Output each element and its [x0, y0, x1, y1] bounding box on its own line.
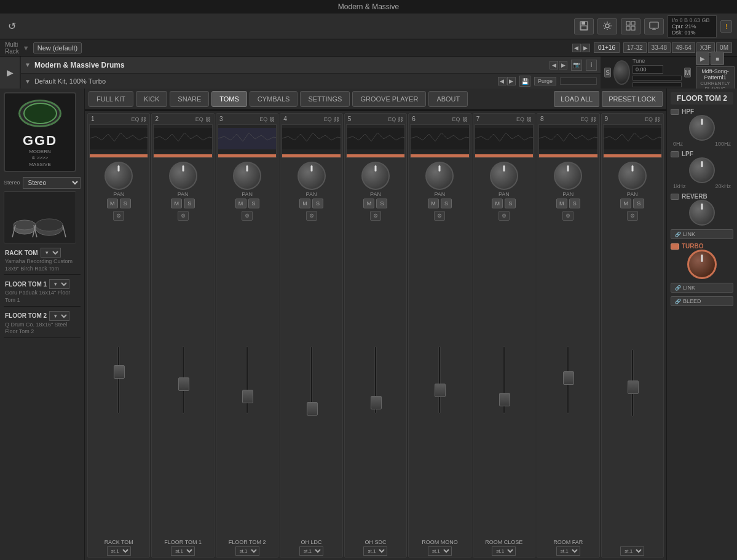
icon-btn1-5[interactable]: ⚙ [370, 211, 381, 221]
plugin-nav-left[interactable]: ◀ [550, 61, 558, 69]
warning-button[interactable]: ! [720, 20, 732, 33]
output-dropdown-2[interactable]: st.1 [171, 546, 195, 556]
output-dropdown-1[interactable]: st.1 [107, 546, 131, 556]
turbo-toggle[interactable] [671, 243, 679, 250]
rack-preset-dropdown[interactable]: New (default) [33, 42, 82, 53]
output-dropdown-4[interactable]: st.1 [299, 546, 323, 556]
s-btn-9[interactable]: S [633, 199, 644, 208]
save-button[interactable] [574, 18, 594, 34]
fader-thumb-3[interactable] [242, 390, 253, 403]
output-dropdown-8[interactable]: st.1 [556, 546, 580, 556]
tune-value[interactable]: 0.00 [633, 65, 663, 74]
icon-btn1-4[interactable]: ⚙ [306, 211, 317, 221]
s-btn-7[interactable]: S [505, 199, 516, 208]
m-btn-6[interactable]: M [428, 199, 439, 208]
camera-button[interactable]: 📷 [571, 60, 582, 71]
rack-range-33-48[interactable]: 33-48 [648, 42, 671, 53]
icon-btn1-2[interactable]: ⚙ [178, 211, 189, 221]
fader-thumb-9[interactable] [628, 381, 639, 394]
transport-stop[interactable]: ■ [711, 52, 724, 65]
fader-thumb-4[interactable] [307, 402, 318, 416]
output-dropdown-3[interactable]: st.1 [235, 546, 259, 556]
load-all-button[interactable]: LOAD ALL [554, 91, 599, 107]
floor-tom2-dropdown[interactable]: ▾ [49, 311, 69, 321]
output-dropdown-9[interactable]: st.1 [620, 546, 644, 556]
tab-toms[interactable]: TOMS [211, 91, 247, 107]
tab-about[interactable]: ABOUT [428, 91, 468, 107]
pan-knob-4[interactable] [298, 162, 326, 190]
kit-save-button[interactable]: 💾 [519, 76, 530, 87]
link1-button[interactable]: 🔗 LINK [671, 229, 733, 239]
link2-button[interactable]: 🔗 LINK [671, 283, 733, 293]
pan-knob-5[interactable] [361, 162, 390, 190]
m-btn-4[interactable]: M [299, 199, 310, 208]
lpf-knob[interactable] [689, 157, 715, 183]
rack-range-17-32[interactable]: 17-32 [623, 42, 647, 53]
bleed-button[interactable]: 🔗 BLEED [671, 296, 733, 306]
tune-knob[interactable] [613, 60, 630, 85]
fader-thumb-5[interactable] [371, 396, 382, 409]
turbo-knob[interactable] [687, 250, 717, 279]
back-icon[interactable]: ↺ [5, 20, 18, 33]
info-button[interactable]: i [586, 60, 597, 71]
icon-btn1-9[interactable]: ⚙ [627, 211, 638, 221]
rack-tom-dropdown[interactable]: ▾ [41, 248, 61, 258]
pan-knob-1[interactable] [104, 162, 133, 190]
icon-btn1-6[interactable]: ⚙ [434, 211, 445, 221]
fader-thumb-2[interactable] [178, 377, 189, 391]
tab-full-kit[interactable]: FULL KIT [89, 91, 133, 107]
s-btn-2[interactable]: S [184, 199, 195, 208]
output-dropdown-6[interactable]: st.1 [428, 546, 452, 556]
floor-tom1-dropdown[interactable]: ▾ [49, 279, 69, 289]
monitor-button[interactable] [644, 18, 664, 34]
pan-knob-2[interactable] [169, 162, 197, 190]
tab-cymbals[interactable]: CYMBALS [250, 91, 298, 107]
m-btn-7[interactable]: M [492, 199, 503, 208]
plugin-expand-icon[interactable]: ▶ [7, 68, 14, 77]
lpf-toggle[interactable] [671, 151, 679, 157]
s-btn-1[interactable]: S [120, 199, 131, 208]
output-dropdown-5[interactable]: st.1 [363, 546, 387, 556]
kit-nav-left[interactable]: ◀ [498, 77, 506, 85]
icon-btn1-7[interactable]: ⚙ [499, 211, 510, 221]
m-btn-1[interactable]: M [107, 199, 118, 208]
tab-kick[interactable]: KICK [136, 91, 168, 107]
pan-knob-6[interactable] [425, 162, 454, 190]
grid-button[interactable] [621, 18, 640, 34]
kit-nav-right[interactable]: ▶ [507, 77, 516, 85]
transport-play[interactable]: ▶ [696, 52, 709, 65]
m-btn-2[interactable]: M [171, 199, 182, 208]
tab-groove-player[interactable]: GROOVE PLAYER [352, 91, 426, 107]
rack-range-49-64[interactable]: 49-64 [672, 42, 695, 53]
fader-thumb-1[interactable] [114, 365, 125, 379]
hpf-knob[interactable] [689, 115, 715, 141]
icon-btn1-1[interactable]: ⚙ [113, 211, 124, 221]
plugin-nav-right[interactable]: ▶ [559, 61, 567, 69]
m-btn-8[interactable]: M [556, 199, 567, 208]
m-indicator[interactable]: M [684, 68, 691, 77]
tab-settings[interactable]: SETTINGS [300, 91, 350, 107]
pan-knob-7[interactable] [490, 162, 518, 190]
pan-knob-9[interactable] [618, 162, 647, 190]
pan-knob-8[interactable] [554, 162, 582, 190]
purge-btn[interactable]: Purge [534, 77, 556, 85]
m-btn-9[interactable]: M [620, 199, 631, 208]
fader-thumb-6[interactable] [435, 384, 446, 397]
hpf-toggle[interactable] [671, 109, 679, 115]
s-btn-6[interactable]: S [441, 199, 452, 208]
tab-snare[interactable]: SNARE [170, 91, 209, 107]
settings-button[interactable] [597, 18, 617, 34]
rack-nav-right[interactable]: ▶ [581, 44, 590, 52]
icon-btn1-8[interactable]: ⚙ [562, 211, 573, 221]
rack-nav-left[interactable]: ◀ [572, 44, 581, 52]
m-btn-3[interactable]: M [235, 199, 246, 208]
pan-knob-3[interactable] [233, 162, 261, 190]
output-dropdown-7[interactable]: st.1 [492, 546, 516, 556]
fader-thumb-8[interactable] [563, 371, 574, 385]
s-btn-5[interactable]: S [376, 199, 387, 208]
m-btn-5[interactable]: M [363, 199, 374, 208]
s-btn-3[interactable]: S [248, 199, 259, 208]
fader-thumb-7[interactable] [499, 393, 510, 406]
s-indicator[interactable]: S [604, 68, 611, 77]
reverb-knob[interactable] [689, 200, 715, 226]
